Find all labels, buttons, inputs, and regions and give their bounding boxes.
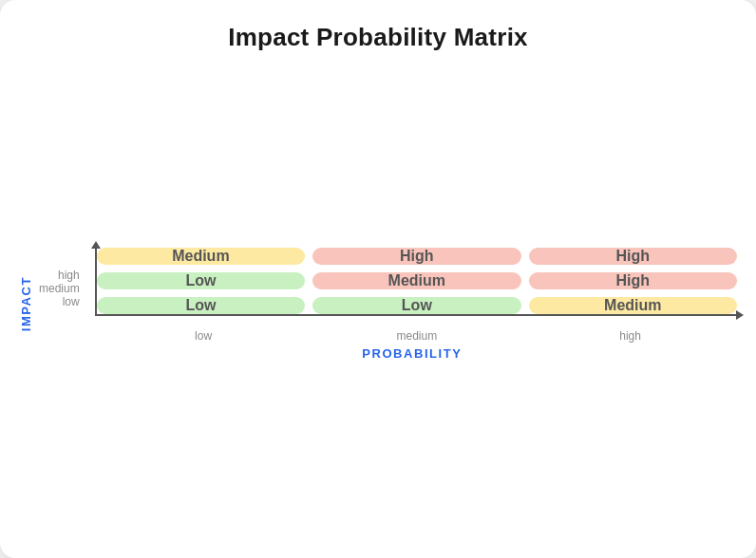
x-tick-low: low (97, 329, 311, 343)
matrix-cell-4: Medium (312, 272, 520, 289)
x-tick-labels: low medium high (87, 324, 737, 343)
y-tick-medium: medium (39, 282, 80, 295)
matrix-cell-6: Low (97, 297, 305, 314)
y-tick-high: high (58, 269, 80, 282)
axes-container: MediumHighHighLowMediumHighLowLowMedium … (87, 248, 737, 361)
matrix-grid: MediumHighHighLowMediumHighLowLowMedium (97, 248, 737, 314)
chart-title: Impact Probability Matrix (228, 23, 528, 52)
matrix-cell-8: Medium (529, 297, 737, 314)
chart-area: IMPACT high medium low MediumHighHighLow… (19, 69, 737, 539)
main-card: Impact Probability Matrix IMPACT high me… (0, 0, 756, 558)
x-axis-label: PROBABILITY (87, 346, 737, 361)
matrix-wrapper: MediumHighHighLowMediumHighLowLowMedium (97, 248, 737, 314)
matrix-cell-1: High (312, 248, 520, 265)
y-tick-low: low (63, 295, 80, 308)
y-axis-label: IMPACT (19, 276, 33, 331)
y-tick-labels: high medium low (39, 265, 87, 344)
matrix-cell-5: High (529, 272, 737, 289)
matrix-cell-3: Low (97, 272, 305, 289)
x-tick-medium: medium (310, 329, 523, 343)
x-axis-arrow (95, 314, 737, 316)
matrix-cell-7: Low (312, 297, 520, 314)
matrix-cell-2: High (529, 248, 737, 265)
matrix-cell-0: Medium (97, 248, 305, 265)
x-tick-high: high (523, 329, 737, 343)
